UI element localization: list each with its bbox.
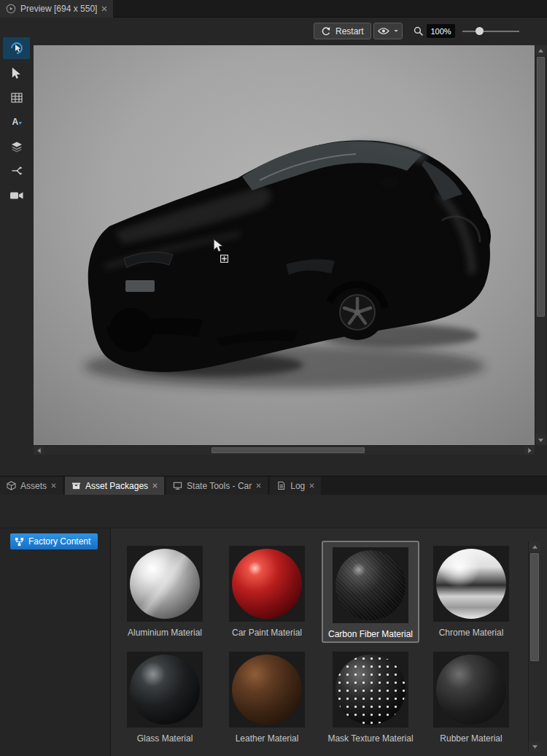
viewport-vertical-scrollbar[interactable] xyxy=(535,45,546,445)
close-icon[interactable] xyxy=(101,6,107,12)
material-label: Aluminium Material xyxy=(128,628,202,638)
material-tile-leather[interactable]: Leather Material xyxy=(218,647,316,749)
material-label: Rubber Material xyxy=(440,733,502,744)
scroll-thumb[interactable] xyxy=(537,57,545,317)
left-toolbar: A xyxy=(0,18,33,473)
material-label: Glass Material xyxy=(137,733,193,744)
select-touch-tool-button[interactable] xyxy=(3,37,30,59)
material-tile-aluminium[interactable]: Aluminium Material xyxy=(116,541,214,643)
material-label: Leather Material xyxy=(236,733,299,744)
material-thumbnail xyxy=(433,652,509,728)
material-thumbnail xyxy=(127,652,203,728)
play-circle-icon xyxy=(6,4,16,14)
chevron-down-icon xyxy=(394,29,398,33)
tab-preview[interactable]: Preview [694 x 550] xyxy=(0,0,113,18)
close-icon[interactable] xyxy=(256,483,261,488)
material-tile-chrome[interactable]: Chrome Material xyxy=(422,541,520,643)
tab-label: Asset Packages xyxy=(85,481,148,491)
tab-label: Log xyxy=(290,481,305,491)
close-icon[interactable] xyxy=(309,483,314,488)
zoom-magnifier-icon xyxy=(413,26,424,36)
mask-texture-sphere-icon xyxy=(335,655,406,725)
material-thumbnail xyxy=(229,652,305,728)
eye-icon xyxy=(378,27,389,35)
restart-button[interactable]: Restart xyxy=(314,23,371,39)
pointer-icon xyxy=(11,67,22,80)
text-tool-button[interactable]: A xyxy=(3,111,30,133)
zoom-value[interactable]: 100% xyxy=(427,24,455,38)
tab-assets[interactable]: Assets xyxy=(0,477,63,495)
material-thumbnail xyxy=(229,546,305,622)
preview-tab-label: Preview [694 x 550] xyxy=(20,4,97,14)
tab-asset-packages[interactable]: Asset Packages xyxy=(65,477,164,495)
car-render xyxy=(34,45,535,445)
material-tile-rubber[interactable]: Rubber Material xyxy=(422,647,520,749)
select-touch-icon xyxy=(9,41,24,55)
material-tile-carbon-fiber[interactable]: Carbon Fiber Material xyxy=(322,541,419,643)
material-thumbnail xyxy=(127,546,203,622)
material-label: Carbon Fiber Material xyxy=(328,629,413,639)
table-tool-button[interactable] xyxy=(3,87,30,109)
asset-toolbar: Add Asset Source xyxy=(0,495,547,528)
scroll-up-arrow[interactable] xyxy=(529,541,540,552)
text-tool-icon: A xyxy=(10,115,23,128)
mouse-cursor-icon xyxy=(212,238,225,255)
sidebar-item-factory-content[interactable]: Factory Content xyxy=(10,533,98,549)
scroll-thumb[interactable] xyxy=(212,447,365,453)
close-icon[interactable] xyxy=(152,483,158,488)
variants-icon xyxy=(10,164,23,177)
drop-plus-cursor-icon xyxy=(220,255,228,263)
bottom-tab-bar: Assets Asset Packages State Tools - Car … xyxy=(0,476,547,495)
scroll-right-arrow[interactable] xyxy=(524,446,535,455)
layers-icon xyxy=(10,140,23,153)
material-label: Mask Texture Material xyxy=(327,733,413,744)
leather-sphere-icon xyxy=(232,655,302,725)
rubber-sphere-icon xyxy=(436,655,506,725)
tab-state-tools-car[interactable]: State Tools - Car xyxy=(166,477,268,495)
log-icon xyxy=(276,481,286,490)
close-icon[interactable] xyxy=(51,483,56,488)
restart-icon xyxy=(321,26,331,36)
scroll-thumb[interactable] xyxy=(530,553,539,661)
materials-scrollbar[interactable] xyxy=(528,541,540,752)
material-thumbnail xyxy=(333,547,408,623)
render-viewport[interactable] xyxy=(34,45,535,445)
scroll-left-arrow[interactable] xyxy=(34,446,44,455)
application-window: Preview [694 x 550] A Restart xyxy=(0,0,547,756)
top-tab-bar: Preview [694 x 550] xyxy=(0,0,547,18)
factory-content-label: Factory Content xyxy=(28,536,90,547)
table-icon xyxy=(10,91,23,104)
zoom-slider[interactable] xyxy=(462,31,519,32)
carbon-fiber-sphere-icon xyxy=(335,550,406,620)
scroll-up-arrow[interactable] xyxy=(535,45,546,55)
svg-text:A: A xyxy=(12,117,18,127)
asset-source-sidebar xyxy=(0,528,111,756)
material-label: Car Paint Material xyxy=(232,628,302,638)
layers-tool-button[interactable] xyxy=(3,136,30,158)
camera-tool-button[interactable] xyxy=(3,185,30,207)
monitor-icon xyxy=(173,481,182,490)
material-thumbnail xyxy=(433,546,509,622)
tab-label: State Tools - Car xyxy=(187,481,252,491)
visibility-button[interactable] xyxy=(373,23,403,39)
car-paint-sphere-icon xyxy=(232,549,302,619)
restart-label: Restart xyxy=(335,26,364,36)
material-thumbnail xyxy=(333,652,408,728)
pointer-tool-button[interactable] xyxy=(3,62,30,84)
scroll-down-arrow[interactable] xyxy=(529,741,540,752)
aluminium-sphere-icon xyxy=(130,549,200,619)
material-tile-car-paint[interactable]: Car Paint Material xyxy=(218,541,316,643)
viewport-horizontal-scrollbar[interactable] xyxy=(34,445,535,455)
variants-tool-button[interactable] xyxy=(3,160,30,182)
factory-content-icon xyxy=(15,537,24,547)
zoom-slider-handle[interactable] xyxy=(476,27,484,35)
package-icon xyxy=(71,481,81,490)
tab-log[interactable]: Log xyxy=(270,477,321,495)
glass-sphere-icon xyxy=(130,655,200,725)
scroll-down-arrow[interactable] xyxy=(535,435,546,445)
camera-icon xyxy=(9,190,24,201)
chrome-sphere-icon xyxy=(436,549,506,619)
material-tile-mask-texture[interactable]: Mask Texture Material xyxy=(322,647,419,749)
tab-label: Assets xyxy=(20,481,47,491)
material-tile-glass[interactable]: Glass Material xyxy=(116,647,214,749)
